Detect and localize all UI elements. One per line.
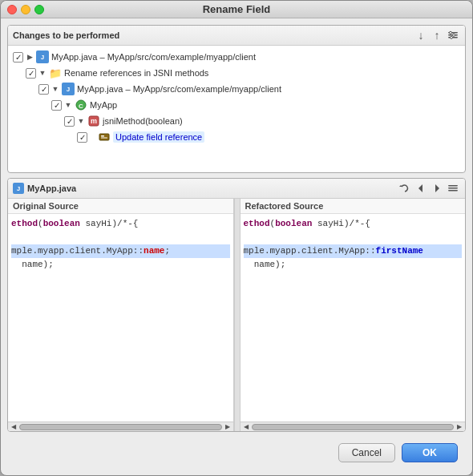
code-line bbox=[244, 231, 463, 244]
code-line-highlighted: mple.myapp.client.MyApp::name; bbox=[11, 244, 230, 258]
tree-row[interactable]: ▼ 📁 Rename references in JSNI methods bbox=[26, 65, 460, 81]
file-java-icon: J bbox=[13, 183, 24, 194]
title-bar: Rename Field bbox=[1, 1, 472, 18]
main-content: Changes to be performed ↓ ↑ bbox=[1, 18, 472, 475]
changes-tree: ▶ J MyApp.java – MyApp/src/com/example/m… bbox=[8, 46, 465, 172]
window-title: Rename Field bbox=[203, 3, 271, 15]
original-source-pane: Original Source ethod(boolean sayHi)/*-{… bbox=[8, 199, 234, 431]
rename-field-dialog: Rename Field Changes to be performed ↓ ↑ bbox=[0, 0, 473, 476]
tree-checkbox[interactable] bbox=[64, 116, 75, 127]
svg-rect-10 bbox=[99, 134, 109, 140]
refactored-source-header: Refactored Source bbox=[241, 199, 466, 214]
code-line: ethod(boolean sayHi)/*-{ bbox=[11, 217, 230, 231]
traffic-lights bbox=[7, 5, 44, 14]
code-line bbox=[11, 231, 230, 244]
svg-point-4 bbox=[453, 34, 455, 36]
tree-row-highlighted[interactable]: Update field reference bbox=[77, 129, 460, 145]
svg-rect-17 bbox=[448, 188, 458, 189]
expand-arrow[interactable]: ▼ bbox=[64, 101, 72, 109]
tree-row[interactable]: ▼ J MyApp.java – MyApp/src/com/example/m… bbox=[38, 81, 460, 97]
tree-node-label: Rename references in JSNI methods bbox=[64, 68, 208, 78]
tree-checkbox[interactable] bbox=[13, 52, 23, 63]
preview-panel-header: J MyApp.java bbox=[8, 179, 465, 199]
class-icon: C bbox=[75, 99, 87, 111]
code-line: name); bbox=[11, 258, 230, 272]
svg-rect-11 bbox=[101, 135, 104, 137]
expand-arrow[interactable]: ▼ bbox=[51, 85, 59, 93]
tree-node-label: MyApp.java – MyApp/src/com/example/myapp… bbox=[51, 52, 256, 62]
svg-rect-12 bbox=[101, 138, 107, 139]
tree-node-label: jsniMethod(boolean) bbox=[103, 116, 183, 126]
svg-rect-16 bbox=[448, 185, 458, 187]
maximize-button[interactable] bbox=[34, 5, 44, 14]
cancel-button[interactable]: Cancel bbox=[338, 443, 395, 462]
scroll-thumb-original[interactable] bbox=[19, 424, 222, 430]
horizontal-scrollbar-refactored[interactable]: ◀ ▶ bbox=[241, 422, 466, 431]
diff-separator bbox=[234, 199, 241, 431]
svg-text:C: C bbox=[79, 103, 83, 110]
java-icon: J bbox=[62, 83, 75, 95]
code-line: name); bbox=[244, 258, 463, 272]
next-change-button[interactable] bbox=[430, 181, 444, 196]
scroll-left-arrow-ref[interactable]: ◀ bbox=[244, 423, 249, 430]
scroll-right-arrow[interactable]: ▶ bbox=[225, 423, 230, 430]
svg-marker-15 bbox=[435, 184, 439, 192]
changes-panel-title: Changes to be performed bbox=[13, 30, 119, 40]
changes-panel: Changes to be performed ↓ ↑ bbox=[7, 25, 466, 173]
scroll-thumb-refactored[interactable] bbox=[252, 424, 455, 430]
file-tab: J MyApp.java bbox=[13, 183, 76, 194]
tree-row[interactable]: ▼ m jsniMethod(boolean) bbox=[64, 113, 460, 129]
code-line: ethod(boolean sayHi)/*-{ bbox=[244, 217, 463, 231]
settings-button[interactable] bbox=[446, 28, 460, 42]
horizontal-scrollbar-original[interactable]: ◀ ▶ bbox=[8, 422, 233, 431]
scroll-right-arrow-ref[interactable]: ▶ bbox=[457, 423, 462, 430]
svg-rect-18 bbox=[448, 190, 458, 192]
tree-node-update-label: Update field reference bbox=[113, 131, 204, 143]
code-line-highlighted: mple.myapp.client.MyApp::firstName bbox=[244, 244, 463, 258]
svg-point-5 bbox=[451, 36, 453, 38]
preview-panel: J MyApp.java bbox=[7, 178, 466, 432]
tree-checkbox[interactable] bbox=[51, 100, 62, 111]
expand-arrow[interactable]: ▶ bbox=[26, 53, 34, 61]
tree-checkbox[interactable] bbox=[26, 68, 36, 79]
preview-toolbar bbox=[398, 181, 460, 196]
expand-arrow[interactable]: ▼ bbox=[38, 69, 46, 77]
diff-panes: Original Source ethod(boolean sayHi)/*-{… bbox=[8, 199, 465, 431]
button-bar: Cancel OK bbox=[7, 437, 466, 469]
java-icon: J bbox=[36, 50, 49, 63]
preview-settings-button[interactable] bbox=[446, 181, 460, 196]
tree-checkbox[interactable] bbox=[77, 132, 87, 143]
svg-point-3 bbox=[450, 31, 452, 34]
svg-marker-14 bbox=[418, 184, 422, 192]
close-button[interactable] bbox=[7, 5, 17, 14]
original-source-content[interactable]: ethod(boolean sayHi)/*-{ mple.myapp.clie… bbox=[8, 214, 233, 422]
changes-panel-header: Changes to be performed ↓ ↑ bbox=[8, 26, 465, 46]
minimize-button[interactable] bbox=[21, 5, 30, 14]
refactored-source-content[interactable]: ethod(boolean sayHi)/*-{ mple.myapp.clie… bbox=[241, 214, 466, 422]
prev-change-button[interactable] bbox=[414, 181, 428, 196]
tree-node-label: MyApp.java – MyApp/src/com/example/myapp… bbox=[77, 84, 281, 94]
refactored-source-pane: Refactored Source ethod(boolean sayHi)/*… bbox=[241, 199, 466, 431]
changes-panel-toolbar: ↓ ↑ bbox=[414, 28, 460, 42]
original-source-header: Original Source bbox=[8, 199, 233, 214]
folder-icon: 📁 bbox=[49, 67, 62, 79]
expand-arrow[interactable]: ▼ bbox=[77, 117, 85, 125]
tree-row[interactable]: ▼ C MyApp bbox=[51, 97, 460, 113]
svg-text:m: m bbox=[91, 117, 97, 125]
ok-button[interactable]: OK bbox=[402, 443, 458, 462]
method-icon: m bbox=[87, 115, 100, 127]
tree-node-label: MyApp bbox=[90, 100, 117, 110]
tree-row[interactable]: ▶ J MyApp.java – MyApp/src/com/example/m… bbox=[13, 49, 460, 65]
tree-checkbox[interactable] bbox=[38, 84, 49, 95]
move-down-button[interactable]: ↓ bbox=[414, 28, 428, 42]
scroll-left-arrow[interactable]: ◀ bbox=[11, 423, 16, 430]
move-up-button[interactable]: ↑ bbox=[430, 28, 444, 42]
field-reference-icon bbox=[98, 131, 111, 143]
file-tab-label: MyApp.java bbox=[27, 184, 76, 193]
sync-icon[interactable] bbox=[398, 181, 412, 196]
